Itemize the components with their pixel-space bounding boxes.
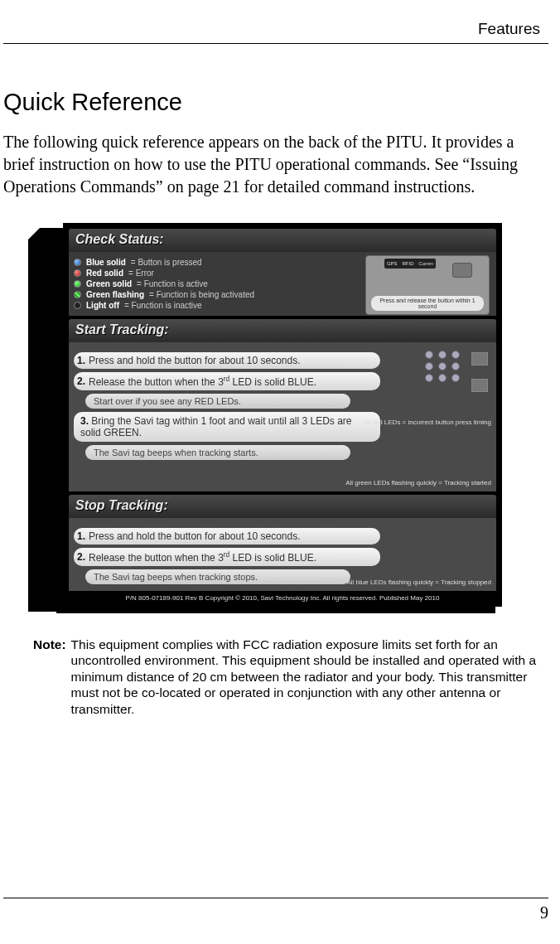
card-footer: P/N 805-07189-901 Rev B Copyright © 2010… — [69, 591, 496, 607]
start-substep-1: Start over if you see any RED LEDs. — [85, 394, 350, 409]
stamp-icon — [471, 352, 488, 365]
reference-card: Check Status: GPS RFID Comm Press and re… — [63, 223, 502, 607]
step-number: 1. — [77, 530, 85, 542]
stop-step-1: 1. Press and hold the button for about 1… — [74, 528, 380, 545]
start-sidenote-2: All green LEDs flashing quickly = Tracki… — [345, 479, 491, 487]
step-number: 2. — [77, 551, 85, 563]
step-number: 1. — [77, 355, 85, 366]
stamp-icon — [471, 379, 488, 392]
stop-tracking-title: Stop Tracking: — [69, 495, 496, 518]
status-desc: = Function is inactive — [124, 301, 202, 310]
device-button-graphic — [452, 263, 472, 278]
led-icon — [74, 291, 81, 298]
note-label: Note: — [33, 637, 66, 717]
led-icon — [74, 302, 81, 309]
device-tip: Press and release the button within 1 se… — [371, 296, 484, 311]
status-desc: = Error — [128, 269, 154, 278]
start-step-2: 2. Release the button when the 3rd LED i… — [74, 372, 380, 390]
lcd-label-gps: GPS — [387, 261, 398, 266]
check-status-body: GPS RFID Comm Press and release the butt… — [69, 252, 496, 316]
status-label: Light off — [86, 301, 119, 310]
page-title: Quick Reference — [3, 89, 548, 116]
led-icon — [74, 269, 81, 277]
stop-step-2: 2. Release the button when the 3rd LED i… — [74, 548, 380, 566]
start-substep-2: The Savi tag beeps when tracking starts. — [85, 445, 350, 460]
footer-rule — [3, 898, 548, 898]
header-section-label: Features — [3, 20, 548, 38]
step-text: Bring the Savi tag within 1 foot and wai… — [80, 415, 352, 438]
status-desc: = Function is active — [137, 279, 208, 288]
note-block: Note: This equipment complies with FCC r… — [33, 637, 543, 717]
led-icon — [74, 259, 81, 266]
device-illustration: GPS RFID Comm Press and release the butt… — [365, 255, 490, 315]
status-label: Red solid — [86, 269, 123, 278]
start-tracking-body: 1. Press and hold the button for about 1… — [69, 342, 496, 491]
start-tracking-title: Start Tracking: — [69, 319, 496, 342]
step-number: 3. — [80, 415, 89, 427]
status-label: Green flashing — [86, 290, 144, 299]
header-rule — [3, 43, 548, 44]
start-step-3: 3. Bring the Savi tag within 1 foot and … — [74, 412, 380, 442]
stop-tracking-body: 1. Press and hold the button for about 1… — [69, 518, 496, 591]
start-step-1: 1. Press and hold the button for about 1… — [74, 352, 380, 369]
check-status-title: Check Status: — [69, 229, 496, 252]
note-text: This equipment complies with FCC radiati… — [71, 637, 543, 717]
page-footer: 9 — [3, 898, 548, 922]
intro-paragraph: The following quick reference appears on… — [3, 131, 548, 198]
lcd-label-rfid: RFID — [402, 261, 413, 266]
led-icon — [74, 280, 81, 288]
page-number: 9 — [3, 903, 548, 922]
status-label: Green solid — [86, 279, 132, 288]
stop-substep: The Savi tag beeps when tracking stops. — [85, 569, 350, 584]
stop-sidenote: All blue LEDs flashing quickly = Trackin… — [346, 579, 491, 586]
step-number: 2. — [77, 375, 85, 387]
status-desc: = Function is being activated — [149, 290, 254, 299]
step-text: Release the button when the 3rd LED is s… — [89, 550, 316, 564]
step-text: Press and hold the button for about 10 s… — [89, 530, 301, 542]
lcd-label-comm: Comm — [418, 261, 433, 266]
step-text: Press and hold the button for about 10 s… — [89, 355, 301, 366]
reference-card-figure: Check Status: GPS RFID Comm Press and re… — [33, 223, 472, 607]
device-lcd: GPS RFID Comm — [384, 259, 436, 269]
led-grid-icon — [425, 351, 461, 382]
start-sidenote-1: All red LEDs = incorrect button press ti… — [364, 419, 491, 426]
status-label: Blue solid — [86, 258, 126, 267]
step-text: Release the button when the 3rd LED is s… — [89, 375, 316, 388]
status-desc: = Button is pressed — [131, 258, 202, 267]
